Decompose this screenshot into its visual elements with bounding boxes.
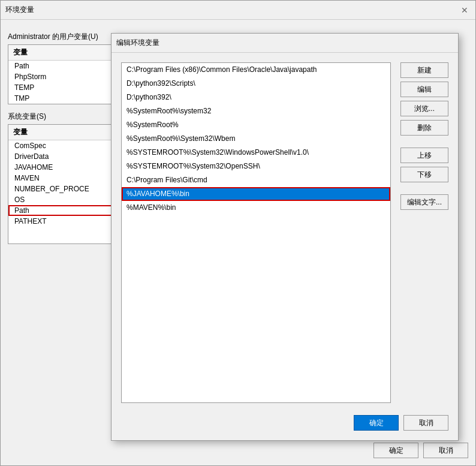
env-titlebar: 环境变量 ✕ bbox=[1, 1, 475, 20]
sys-cell-path: Path bbox=[13, 206, 61, 215]
user-cell-tmp: TMP bbox=[13, 94, 61, 103]
sys-row-num-procs[interactable]: NUMBER_OF_PROCE bbox=[8, 184, 115, 194]
move-up-button[interactable]: 上移 bbox=[400, 148, 448, 163]
edit-dialog-content: C:\Program Files (x86)\Common Files\Orac… bbox=[112, 53, 458, 440]
edit-dialog-title: 编辑环境变量 bbox=[116, 38, 159, 48]
edit-dialog-bottom-buttons: 确定 取消 bbox=[121, 415, 448, 431]
sys-row-javahome[interactable]: JAVAHOME bbox=[8, 162, 115, 173]
path-item-4[interactable]: %SystemRoot% bbox=[122, 118, 390, 132]
user-row-temp[interactable]: TEMP bbox=[8, 82, 115, 93]
path-item-1[interactable]: D:\python392\Scripts\ bbox=[122, 77, 390, 91]
user-table-header: 变量 bbox=[8, 45, 115, 61]
sys-row-pathext[interactable]: PATHEXT bbox=[8, 216, 115, 227]
edit-cancel-button[interactable]: 取消 bbox=[403, 415, 448, 431]
path-list-container[interactable]: C:\Program Files (x86)\Common Files\Orac… bbox=[121, 62, 391, 403]
sys-row-path[interactable]: Path bbox=[8, 205, 115, 216]
edit-dialog-titlebar: 编辑环境变量 bbox=[112, 34, 458, 53]
path-item-9[interactable]: %JAVAHOME%\bin bbox=[122, 187, 390, 201]
path-item-0[interactable]: C:\Program Files (x86)\Common Files\Orac… bbox=[122, 63, 390, 77]
path-item-5[interactable]: %SystemRoot%\System32\Wbem bbox=[122, 132, 390, 146]
user-cell-temp: TEMP bbox=[13, 83, 61, 92]
edit-env-dialog: 编辑环境变量 C:\Program Files (x86)\Common Fil… bbox=[111, 33, 459, 441]
sys-cell-pathext: PATHEXT bbox=[13, 217, 61, 226]
user-cell-phpstorm: PhpStorm bbox=[13, 72, 61, 82]
sys-cell-maven: MAVEN bbox=[13, 173, 61, 183]
env-bottom-buttons: 确定 取消 bbox=[373, 443, 468, 458]
sys-cell-os: OS bbox=[13, 195, 61, 205]
path-item-6[interactable]: %SYSTEMROOT%\System32\WindowsPowerShell\… bbox=[122, 146, 390, 160]
path-item-2[interactable]: D:\python392\ bbox=[122, 91, 390, 104]
edit-side-buttons: 新建 编辑 浏览... 删除 上移 下移 编辑文字... bbox=[400, 62, 448, 210]
system-variables-table: 变量 ComSpec DriverData JAVAHOME MAVEN NUM… bbox=[8, 124, 116, 244]
env-cancel-button[interactable]: 取消 bbox=[423, 443, 468, 458]
user-row-phpstorm[interactable]: PhpStorm bbox=[8, 71, 115, 82]
env-close-button[interactable]: ✕ bbox=[459, 4, 471, 16]
move-down-button[interactable]: 下移 bbox=[400, 167, 448, 182]
sys-cell-num-procs: NUMBER_OF_PROCE bbox=[13, 184, 91, 194]
sys-cell-comspec: ComSpec bbox=[13, 141, 61, 151]
edit-text-button[interactable]: 编辑文字... bbox=[400, 194, 448, 210]
user-variables-table: 变量 Path PhpStorm TEMP TMP bbox=[8, 44, 116, 104]
browse-button[interactable]: 浏览... bbox=[400, 101, 448, 116]
edit-button[interactable]: 编辑 bbox=[400, 82, 448, 97]
env-window-title: 环境变量 bbox=[5, 5, 34, 15]
system-table-header: 变量 bbox=[8, 125, 115, 140]
new-button[interactable]: 新建 bbox=[400, 62, 448, 78]
user-row-tmp[interactable]: TMP bbox=[8, 93, 115, 104]
system-col-var: 变量 bbox=[11, 126, 59, 139]
sys-row-os[interactable]: OS bbox=[8, 194, 115, 205]
path-item-3[interactable]: %SystemRoot%\system32 bbox=[122, 104, 390, 118]
sys-row-maven[interactable]: MAVEN bbox=[8, 173, 115, 184]
delete-button[interactable]: 删除 bbox=[400, 120, 448, 136]
sys-cell-javahome: JAVAHOME bbox=[13, 163, 61, 172]
path-item-7[interactable]: %SYSTEMROOT%\System32\OpenSSH\ bbox=[122, 160, 390, 173]
user-cell-path: Path bbox=[13, 61, 61, 71]
user-row-path[interactable]: Path bbox=[8, 61, 115, 71]
env-ok-button[interactable]: 确定 bbox=[373, 443, 418, 458]
path-item-10[interactable]: %MAVEN%\bin bbox=[122, 201, 390, 215]
sys-row-driverdata[interactable]: DriverData bbox=[8, 151, 115, 162]
sys-row-comspec[interactable]: ComSpec bbox=[8, 140, 115, 151]
sys-cell-driverdata: DriverData bbox=[13, 152, 61, 161]
path-item-8[interactable]: C:\Program Files\Git\cmd bbox=[122, 173, 390, 187]
user-col-var: 变量 bbox=[11, 46, 59, 59]
edit-ok-button[interactable]: 确定 bbox=[354, 415, 399, 431]
